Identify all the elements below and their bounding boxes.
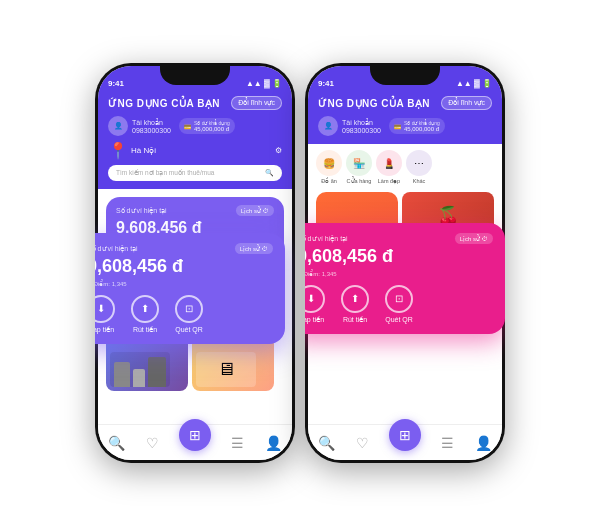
nav-bar-left: 🔍 ♡ ⊞ ☰ 👤 (98, 424, 292, 460)
nav-user-left[interactable]: 👤 (265, 435, 282, 451)
wallet-top-left: Số dư ví hiện tại Lịch sử ⏱ (116, 205, 274, 216)
cat-beauty[interactable]: 💄 Làm đẹp (376, 150, 402, 184)
user-text-left: Tài khoản 0983000300 (132, 119, 171, 134)
search-bar-left[interactable]: Tìm kiếm nơi bạn muốn thuê/mua 🔍 (108, 165, 282, 181)
app-title-left: ỨNG DỤNG CỦA BẠN (108, 98, 220, 109)
user-text-right: Tài khoản 0983000300 (342, 119, 381, 134)
nav-bar-right: 🔍 ♡ ⊞ ☰ 👤 (308, 424, 502, 460)
balance-icon-left: 💳 (184, 123, 191, 130)
wallet-overlay-top-right: Số dư ví hiện tại Lịch sử ⏱ (305, 233, 493, 244)
app-header-right: ỨNG DỤNG CỦA BẠN Đổi lĩnh vực 👤 Tài khoả… (308, 90, 502, 144)
cat-beauty-circle: 💄 (376, 150, 402, 176)
history-btn-left[interactable]: Lịch sử ⏱ (236, 205, 274, 216)
balance-chip-right: 💳 Số dư khả dụng 45,000,000 đ (389, 118, 445, 134)
time-right: 9:41 (318, 79, 334, 88)
signal-right: ▲▲ ▓ 🔋 (456, 79, 492, 88)
user-info-left: 👤 Tài khoản 0983000300 (108, 116, 171, 136)
promo-img-2-left: 🖥 (192, 336, 274, 391)
nav-menu-right[interactable]: ☰ (441, 435, 454, 451)
overlay-rut-tien[interactable]: ⬆ Rút tiền (131, 295, 159, 334)
avatar-right: 👤 (318, 116, 338, 136)
overlay-quet-qr[interactable]: ⊡ Quét QR (175, 295, 203, 334)
location-row-left: 📍 Hà Nội ⚙ (108, 141, 282, 160)
overlay-actions-left: ⬇ Nap tiền ⬆ Rút tiền ⊡ Quét QR (95, 295, 273, 334)
overlay-wallet-amount-right: 9,608,456 đ (305, 246, 493, 268)
location-icon-left: 📍 (108, 141, 128, 160)
header-top-right: ỨNG DỤNG CỦA BẠN Đổi lĩnh vực (318, 96, 492, 110)
header-top-left: ỨNG DỤNG CỦA BẠN Đổi lĩnh vực (108, 96, 282, 110)
overlay-qr-icon-right: ⊡ (385, 285, 413, 313)
balance-icon-right: 💳 (394, 123, 401, 130)
settings-icon-left[interactable]: ⚙ (275, 146, 282, 155)
search-icon-left: 🔍 (265, 169, 274, 177)
avatar-left: 👤 (108, 116, 128, 136)
nav-heart-right[interactable]: ♡ (356, 435, 369, 451)
promo-img-1-left (106, 336, 188, 391)
overlay-points-left: ✦ Điểm: 1,345 (95, 280, 273, 287)
time-left: 9:41 (108, 79, 124, 88)
cat-beauty-label: Làm đẹp (378, 178, 400, 184)
overlay-rut-icon: ⬆ (131, 295, 159, 323)
overlay-nap-icon-right: ⬇ (305, 285, 325, 313)
signal-left: ▲▲ ▓ 🔋 (246, 79, 282, 88)
overlay-wallet-label-right: Số dư ví hiện tại (305, 235, 348, 243)
overlay-nap-icon: ⬇ (95, 295, 115, 323)
nav-heart-left[interactable]: ♡ (146, 435, 159, 451)
overlay-wallet-label-left: Số dư ví hiện tại (95, 245, 138, 253)
search-placeholder-left: Tìm kiếm nơi bạn muốn thuê/mua (116, 169, 214, 177)
nav-menu-left[interactable]: ☰ (231, 435, 244, 451)
overlay-history-btn-left[interactable]: Lịch sử ⏱ (235, 243, 273, 254)
overlay-points-right: ✦ Điểm: 1,345 (305, 270, 493, 277)
doi-btn-left[interactable]: Đổi lĩnh vực (231, 96, 282, 110)
notch-right (370, 63, 440, 85)
overlay-qr-icon: ⊡ (175, 295, 203, 323)
app-header-left: ỨNG DỤNG CỦA BẠN Đổi lĩnh vực 👤 Tài khoả… (98, 90, 292, 189)
cat-food-circle: 🍔 (316, 150, 342, 176)
overlay-nap-tien-right[interactable]: ⬇ Nap tiền (305, 285, 325, 324)
overlay-wallet-amount-left: 9,608,456 đ (95, 256, 273, 278)
promo-images-left: 🖥 (106, 336, 284, 391)
notch (160, 63, 230, 85)
wallet-label-left: Số dư ví hiện tại (116, 207, 167, 215)
nav-center-left[interactable]: ⊞ (179, 419, 211, 451)
wallet-overlay-top-left: Số dư ví hiện tại Lịch sử ⏱ (95, 243, 273, 254)
categories-row-right: 🍔 Đồ ăn 🏪 Cửa hàng 💄 Làm đẹp ⋯ Khác (308, 144, 502, 190)
nav-center-right[interactable]: ⊞ (389, 419, 421, 451)
cat-store[interactable]: 🏪 Cửa hàng (346, 150, 372, 184)
cat-store-label: Cửa hàng (347, 178, 372, 184)
cat-food-label: Đồ ăn (321, 178, 337, 184)
left-phone: 9:41 ▲▲ ▓ 🔋 ỨNG DỤNG CỦA BẠN Đổi lĩnh vự… (95, 63, 295, 463)
app-title-right: ỨNG DỤNG CỦA BẠN (318, 98, 430, 109)
overlay-nap-tien[interactable]: ⬇ Nap tiền (95, 295, 115, 334)
right-phone: 9:41 ▲▲ ▓ 🔋 ỨNG DỤNG CỦA BẠN Đổi lĩnh vự… (305, 63, 505, 463)
overlay-quet-qr-right[interactable]: ⊡ Quét QR (385, 285, 413, 324)
cat-other-circle: ⋯ (406, 150, 432, 176)
cat-other-label: Khác (413, 178, 426, 184)
overlay-actions-right: ⬇ Nap tiền ⬆ Rút tiền ⊡ Quét QR (305, 285, 493, 324)
wallet-overlay-right: Số dư ví hiện tại Lịch sử ⏱ 9,608,456 đ … (305, 223, 505, 334)
location-text-left: Hà Nội (131, 146, 156, 155)
wallet-overlay-left: Số dư ví hiện tại Lịch sử ⏱ 9,608,456 đ … (95, 233, 285, 344)
nav-search-right[interactable]: 🔍 (318, 435, 335, 451)
nav-user-right[interactable]: 👤 (475, 435, 492, 451)
overlay-rut-icon-right: ⬆ (341, 285, 369, 313)
balance-chip-left: 💳 Số dư khả dụng 45,000,000 đ (179, 118, 235, 134)
doi-btn-right[interactable]: Đổi lĩnh vực (441, 96, 492, 110)
user-info-right: 👤 Tài khoản 0983000300 (318, 116, 381, 136)
nav-search-left[interactable]: 🔍 (108, 435, 125, 451)
user-row-left: 👤 Tài khoản 0983000300 💳 Số dư khả dụng … (108, 116, 282, 136)
overlay-rut-tien-right[interactable]: ⬆ Rút tiền (341, 285, 369, 324)
balance-text-left: Số dư khả dụng 45,000,000 đ (194, 120, 230, 132)
cat-other[interactable]: ⋯ Khác (406, 150, 432, 184)
cat-store-circle: 🏪 (346, 150, 372, 176)
user-row-right: 👤 Tài khoản 0983000300 💳 Số dư khả dụng … (318, 116, 492, 136)
balance-text-right: Số dư khả dụng 45,000,000 đ (404, 120, 440, 132)
overlay-history-btn-right[interactable]: Lịch sử ⏱ (455, 233, 493, 244)
cat-food[interactable]: 🍔 Đồ ăn (316, 150, 342, 184)
